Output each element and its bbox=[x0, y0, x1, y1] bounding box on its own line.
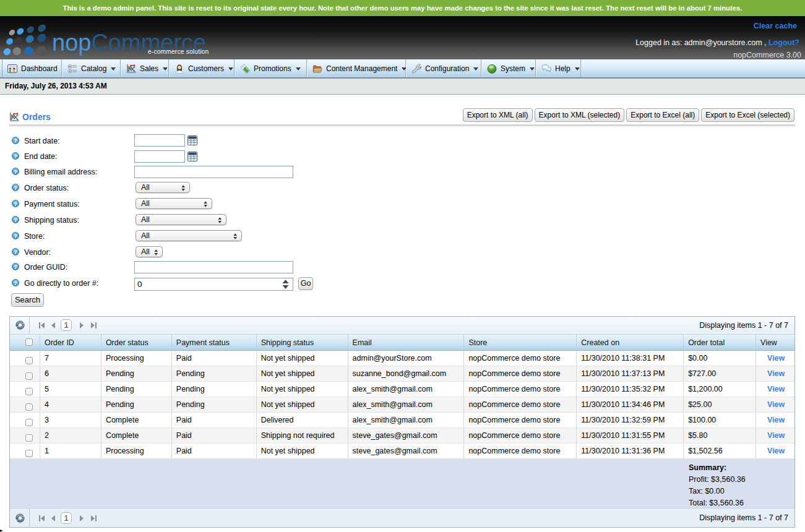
svg-text:e-commerce solution: e-commerce solution bbox=[148, 48, 209, 55]
